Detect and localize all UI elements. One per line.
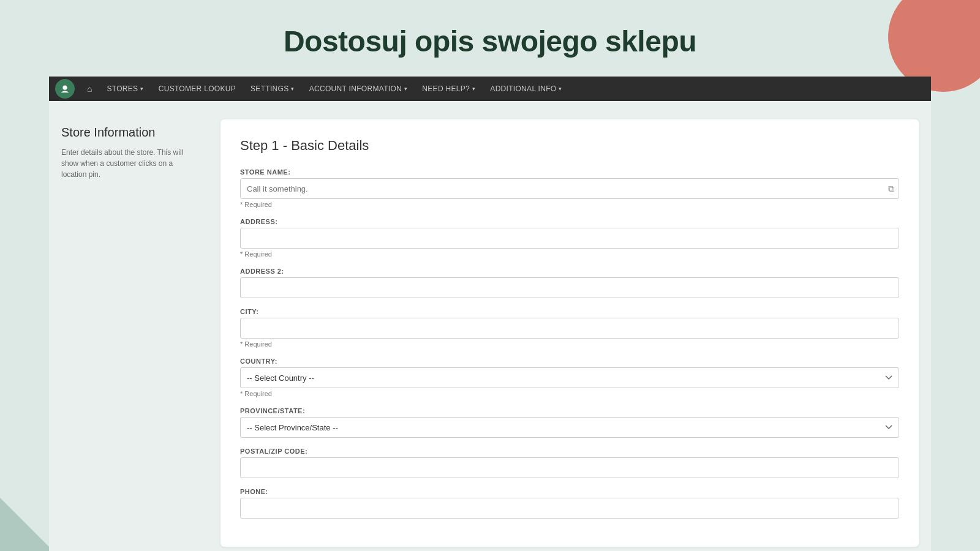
navbar: ⌂ STORES ▾ CUSTOMER LOOKUP SETTINGS ▾ AC… — [49, 77, 931, 101]
phone-group: PHONE: — [240, 488, 899, 519]
store-name-label: STORE NAME: — [240, 168, 899, 176]
country-select[interactable]: -- Select Country -- United States Polan… — [240, 367, 899, 388]
store-name-input[interactable] — [240, 178, 899, 199]
nav-additional-info[interactable]: ADDITIONAL INFO ▾ — [483, 77, 569, 101]
sidebar-description: Enter details about the store. This will… — [61, 147, 196, 180]
address2-input[interactable] — [240, 277, 899, 298]
logo[interactable] — [55, 79, 75, 99]
country-group: COUNTRY: -- Select Country -- United Sta… — [240, 358, 899, 397]
postal-group: POSTAL/ZIP CODE: — [240, 448, 899, 478]
chevron-down-icon: ▾ — [559, 86, 562, 92]
phone-label: PHONE: — [240, 488, 899, 495]
province-label: PROVINCE/STATE: — [240, 407, 899, 414]
store-name-required: Required — [240, 201, 899, 208]
country-label: COUNTRY: — [240, 358, 899, 365]
address-input[interactable] — [240, 228, 899, 249]
postal-label: POSTAL/ZIP CODE: — [240, 448, 899, 455]
chevron-down-icon: ▾ — [404, 86, 407, 92]
hero-section: Dostosuj opis swojego sklepu — [0, 0, 980, 77]
province-select[interactable]: -- Select Province/State -- California N… — [240, 417, 899, 438]
form-card: Step 1 - Basic Details STORE NAME: ⧉ Req… — [221, 119, 919, 547]
nav-account-information[interactable]: ACCOUNT INFORMATION ▾ — [302, 77, 415, 101]
nav-settings[interactable]: SETTINGS ▾ — [243, 77, 302, 101]
address-label: ADDRESS: — [240, 218, 899, 225]
province-group: PROVINCE/STATE: -- Select Province/State… — [240, 407, 899, 438]
city-input[interactable] — [240, 318, 899, 339]
store-name-group: STORE NAME: ⧉ Required — [240, 168, 899, 208]
nav-stores[interactable]: STORES ▾ — [99, 77, 151, 101]
phone-input[interactable] — [240, 498, 899, 519]
sidebar-title: Store Information — [61, 126, 196, 140]
chevron-down-icon: ▾ — [140, 86, 143, 92]
postal-input[interactable] — [240, 457, 899, 478]
chevron-down-icon: ▾ — [472, 86, 475, 92]
address2-label: ADDRESS 2: — [240, 268, 899, 275]
nav-need-help[interactable]: NEED HELP? ▾ — [415, 77, 483, 101]
main-content: Store Information Enter details about th… — [49, 101, 931, 551]
hero-title: Dostosuj opis swojego sklepu — [12, 24, 968, 58]
country-required: Required — [240, 390, 899, 397]
address-required: Required — [240, 250, 899, 258]
city-required: Required — [240, 340, 899, 348]
form-step-title: Step 1 - Basic Details — [240, 138, 899, 154]
nav-customer-lookup[interactable]: CUSTOMER LOOKUP — [151, 77, 243, 101]
address-group: ADDRESS: Required — [240, 218, 899, 258]
sidebar: Store Information Enter details about th… — [61, 119, 196, 547]
nav-home-button[interactable]: ⌂ — [80, 84, 99, 94]
address2-group: ADDRESS 2: — [240, 268, 899, 298]
city-group: CITY: Required — [240, 308, 899, 348]
svg-point-0 — [62, 86, 67, 90]
city-label: CITY: — [240, 308, 899, 315]
copy-icon: ⧉ — [888, 184, 894, 194]
store-name-wrapper: ⧉ — [240, 178, 899, 199]
chevron-down-icon: ▾ — [291, 86, 294, 92]
